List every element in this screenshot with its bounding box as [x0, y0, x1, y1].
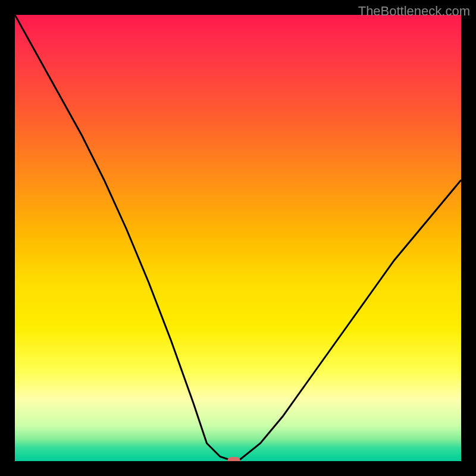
- chart-container: TheBottleneck.com: [0, 0, 476, 476]
- optimal-point-marker: [227, 457, 240, 461]
- plot-area: [15, 15, 461, 461]
- watermark-text: TheBottleneck.com: [358, 4, 470, 19]
- bottleneck-curve: [15, 15, 461, 461]
